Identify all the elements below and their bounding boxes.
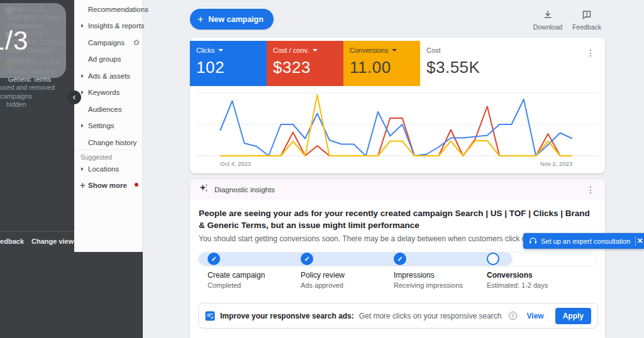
feedback-button[interactable]: Feedback — [567, 9, 607, 31]
metric-value: $3.55K — [426, 58, 495, 77]
chart-card-menu-button[interactable]: ⋮ — [586, 48, 595, 57]
cost-per-conv-line — [220, 107, 572, 156]
menu-section-divider — [74, 150, 137, 150]
new-campaign-button[interactable]: + New campaign — [190, 9, 274, 30]
clicks-line — [220, 99, 572, 156]
plus-icon: + — [197, 14, 203, 25]
notification-dot — [135, 183, 138, 187]
download-icon — [543, 11, 553, 21]
view-button[interactable]: View — [527, 312, 544, 320]
sidebar-item-settings[interactable]: Settings — [74, 121, 142, 130]
download-button[interactable]: Download — [528, 9, 568, 31]
sidebar-item-ad-groups[interactable]: Ad groups — [74, 54, 142, 63]
sidebar-item-audiences[interactable]: Audiences — [74, 104, 142, 114]
metric-value: $323 — [273, 58, 337, 77]
metric-tile-clicks[interactable]: Clicks 102 — [190, 41, 267, 86]
dropdown-caret-icon — [392, 49, 397, 52]
expand-arrow-icon — [81, 167, 84, 171]
recommendation-title: Improve your responsive search ads: — [220, 312, 354, 320]
dropdown-caret-icon — [313, 49, 318, 52]
sidebar-item-change-history[interactable]: Change history — [74, 138, 142, 147]
x-axis-end-label: Nov 2, 2023 — [540, 160, 572, 167]
sidebar-bottom-extension — [0, 252, 143, 338]
sidebar-item-recommendations[interactable]: Recommendations — [74, 4, 142, 14]
dropdown-caret-icon — [218, 49, 223, 52]
step-label: Policy reviewAds approved — [301, 271, 389, 289]
metric-tiles: Clicks 102 Cost / conv. $323 Conversions… — [190, 41, 501, 86]
diagnostic-insights-header: Diagnostic insights ⋮ — [190, 179, 605, 200]
metric-tile-cost[interactable]: Cost $3.55K — [420, 41, 501, 86]
sidebar-feedback-link[interactable]: eedback — [0, 237, 24, 245]
sidebar-item-ads-assets[interactable]: Ads & assets — [74, 71, 142, 80]
metric-tile-cost-per-conv[interactable]: Cost / conv. $323 — [267, 41, 343, 86]
change-view-link[interactable]: Change view — [31, 237, 74, 245]
page-counter-overlay: 1/3 — [0, 3, 66, 78]
show-more-button[interactable]: + Show more — [74, 180, 142, 190]
sidebar-item-insights-reports[interactable]: Insights & reports — [74, 21, 142, 30]
banner-label: Set up an expert consultation — [541, 237, 630, 245]
navigation-menu: Recommendations Insights & reports Campa… — [74, 0, 143, 252]
feedback-icon — [582, 11, 592, 21]
sidebar-item-keywords[interactable]: Keywords — [74, 87, 142, 97]
expert-consultation-banner[interactable]: Set up an expert consultation × — [523, 233, 644, 249]
diagnostic-insights-title: Diagnostic insights — [214, 186, 275, 194]
step-check-create-campaign: ✓ — [208, 253, 220, 265]
close-icon[interactable]: × — [635, 236, 644, 246]
expand-arrow-icon — [81, 24, 84, 28]
suggested-section-label: Suggested — [80, 153, 112, 161]
home-icon — [133, 38, 140, 47]
responsive-search-ads-icon — [205, 311, 215, 321]
sparkle-icon — [199, 183, 208, 195]
campaign-progress-fill — [199, 253, 513, 266]
plus-icon: + — [80, 180, 86, 190]
expand-arrow-icon — [81, 74, 84, 78]
metric-value: 102 — [196, 58, 260, 77]
sidebar-footer-divider — [0, 231, 74, 232]
performance-chart: Oct 4, 2023 Nov 2, 2023 — [190, 88, 605, 171]
help-icon[interactable]: ? — [509, 312, 517, 320]
diagnostic-insights-card: Diagnostic insights ⋮ People are seeing … — [190, 179, 605, 338]
conversions-line — [220, 95, 572, 156]
recommendation-description: Get more clicks on your responsive searc… — [359, 312, 504, 320]
insights-card-menu-button[interactable]: ⋮ — [586, 185, 595, 194]
recommendation-row: Improve your responsive search ads: Get … — [198, 303, 598, 329]
google-ads-campaigns-screen: Search | US | BOF/MOF | Clicks | Competi… — [0, 0, 644, 338]
headset-icon — [529, 237, 537, 245]
metric-tile-conversions[interactable]: Conversions 11.00 — [343, 41, 420, 86]
x-axis-start-label: Oct 4, 2023 — [220, 160, 251, 167]
step-circle-conversions — [487, 253, 499, 265]
step-label: ConversionsEstimated: 1-2 days — [487, 271, 575, 289]
expand-arrow-icon — [81, 90, 84, 94]
insight-heading: People are seeing your ads for your rece… — [199, 207, 594, 231]
step-label: Create campaignCompleted — [208, 271, 296, 289]
apply-button[interactable]: Apply — [555, 308, 591, 324]
collapse-sidebar-button[interactable]: ‹ — [67, 90, 81, 104]
sidebar-item-campaigns[interactable]: Campaigns — [74, 38, 142, 47]
step-check-policy-review: ✓ — [301, 253, 313, 265]
sidebar-item-locations[interactable]: Locations — [74, 164, 142, 173]
metric-value: 11.00 — [350, 58, 414, 77]
hidden-campaigns-note: used and removed campaigns hidden — [0, 84, 72, 109]
step-check-impressions: ✓ — [394, 253, 406, 265]
performance-chart-card: ⋮ Clicks 102 Cost / conv. $323 Conversio… — [190, 38, 605, 173]
step-label: ImpressionsReceiving impressions — [394, 271, 482, 289]
expand-arrow-icon — [81, 124, 84, 128]
page-counter-text: 1/3 — [0, 26, 28, 56]
